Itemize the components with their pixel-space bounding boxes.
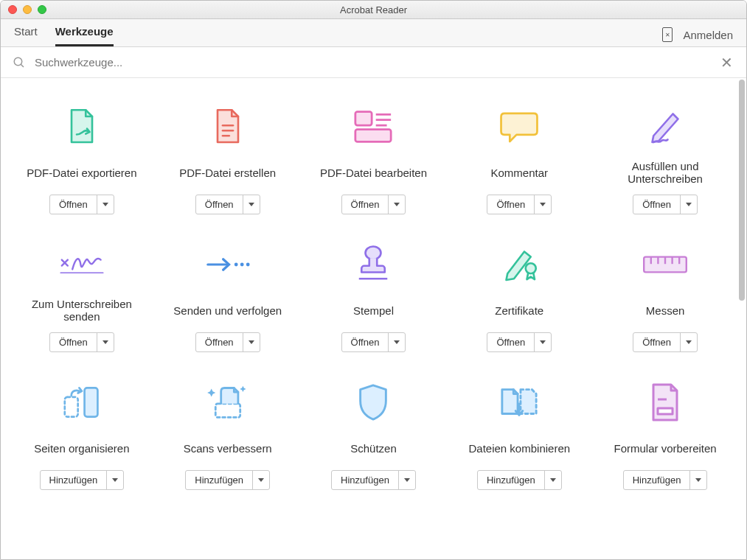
open-button[interactable]: Öffnen bbox=[342, 333, 389, 351]
action-dropdown[interactable] bbox=[97, 195, 114, 214]
action-dropdown[interactable] bbox=[243, 333, 260, 351]
action-dropdown[interactable] bbox=[535, 333, 551, 351]
tabs: Start Werkzeuge bbox=[14, 18, 114, 46]
close-window-button[interactable] bbox=[8, 5, 17, 14]
tool-measure[interactable]: Messen Öffnen bbox=[596, 244, 734, 352]
tool-prepare-form[interactable]: Formular vorbereiten Hinzufügen bbox=[596, 382, 734, 490]
open-button[interactable]: Öffnen bbox=[196, 195, 243, 214]
tool-label: PDF-Datei erstellen bbox=[179, 158, 276, 187]
svg-point-19 bbox=[526, 263, 536, 273]
form-icon bbox=[641, 382, 689, 423]
export-pdf-icon bbox=[58, 106, 106, 147]
tool-edit-pdf[interactable]: PDF-Datei bearbeiten Öffnen bbox=[305, 106, 443, 214]
action-dropdown[interactable] bbox=[535, 195, 551, 214]
tool-enhance-scans[interactable]: Scans verbessern Hinzufügen bbox=[159, 382, 297, 490]
tool-protect[interactable]: Schützen Hinzufügen bbox=[305, 382, 443, 490]
tool-combine-files[interactable]: Dateien kombinieren Hinzufügen bbox=[450, 382, 588, 490]
tool-label: Senden und verfolgen bbox=[173, 295, 282, 325]
combine-files-icon bbox=[495, 382, 543, 423]
sign-in-link[interactable]: Anmelden bbox=[683, 29, 733, 41]
action-dropdown[interactable] bbox=[97, 333, 114, 351]
tools-content: PDF-Datei exportieren Öffnen bbox=[1, 78, 746, 559]
tool-label: PDF-Datei bearbeiten bbox=[320, 158, 427, 187]
svg-point-0 bbox=[14, 57, 22, 66]
action-dropdown[interactable] bbox=[690, 471, 706, 489]
open-button[interactable]: Öffnen bbox=[50, 333, 97, 351]
action-dropdown[interactable] bbox=[681, 195, 697, 214]
send-track-icon bbox=[204, 244, 252, 285]
add-button[interactable]: Hinzufügen bbox=[332, 471, 399, 489]
fill-sign-icon bbox=[641, 106, 689, 147]
tool-action: Öffnen bbox=[633, 195, 698, 214]
tool-action: Öffnen bbox=[341, 332, 406, 352]
tool-action: Öffnen bbox=[341, 195, 406, 214]
tool-fill-sign[interactable]: Ausfüllen und Unterschreiben Öffnen bbox=[596, 106, 734, 214]
search-input[interactable] bbox=[26, 56, 719, 69]
open-button[interactable]: Öffnen bbox=[50, 195, 97, 214]
tool-comment[interactable]: Kommentar Öffnen bbox=[450, 106, 588, 214]
open-button[interactable]: Öffnen bbox=[196, 333, 243, 351]
minimize-window-button[interactable] bbox=[23, 5, 32, 14]
tool-label: Seiten organisieren bbox=[34, 433, 129, 463]
open-button[interactable]: Öffnen bbox=[487, 333, 535, 351]
tool-label: Zertifikate bbox=[495, 295, 543, 325]
tool-label: Scans verbessern bbox=[184, 433, 272, 463]
tool-label: Schützen bbox=[350, 433, 397, 463]
action-dropdown[interactable] bbox=[399, 471, 415, 489]
stamp-icon bbox=[349, 244, 397, 285]
maximize-window-button[interactable] bbox=[38, 5, 46, 14]
search-icon bbox=[13, 56, 26, 69]
add-button[interactable]: Hinzufügen bbox=[186, 471, 253, 489]
action-dropdown[interactable] bbox=[243, 195, 260, 214]
svg-rect-26 bbox=[84, 388, 97, 416]
tool-label: Kommentar bbox=[491, 158, 549, 187]
enhance-scans-icon bbox=[204, 382, 252, 423]
comment-icon bbox=[495, 106, 543, 147]
svg-point-16 bbox=[246, 263, 249, 267]
action-dropdown[interactable] bbox=[681, 333, 697, 351]
svg-line-1 bbox=[21, 64, 24, 67]
mobile-link-icon[interactable] bbox=[662, 27, 673, 42]
tool-export-pdf[interactable]: PDF-Datei exportieren Öffnen bbox=[13, 106, 151, 214]
window-controls bbox=[1, 5, 46, 14]
open-button[interactable]: Öffnen bbox=[487, 195, 535, 214]
signature-icon bbox=[58, 244, 106, 285]
certificate-icon bbox=[495, 244, 543, 285]
svg-rect-28 bbox=[215, 404, 240, 418]
tool-label: Messen bbox=[646, 295, 685, 325]
tool-action: Hinzufügen bbox=[185, 470, 270, 490]
tool-label: Formular vorbereiten bbox=[614, 433, 716, 463]
tool-action: Öffnen bbox=[487, 332, 552, 352]
tool-send-track[interactable]: Senden und verfolgen Öffnen bbox=[159, 244, 297, 352]
tool-send-for-signature[interactable]: Zum Unterschreiben senden Öffnen bbox=[13, 244, 151, 352]
open-button[interactable]: Öffnen bbox=[633, 195, 681, 214]
tool-certificates[interactable]: Zertifikate Öffnen bbox=[450, 244, 588, 352]
add-button[interactable]: Hinzufügen bbox=[624, 471, 691, 489]
edit-pdf-icon bbox=[349, 106, 397, 147]
open-button[interactable]: Öffnen bbox=[633, 333, 681, 351]
tool-organize-pages[interactable]: Seiten organisieren Hinzufügen bbox=[13, 382, 151, 490]
add-button[interactable]: Hinzufügen bbox=[41, 471, 108, 489]
tab-tools[interactable]: Werkzeuge bbox=[55, 18, 114, 46]
open-button[interactable]: Öffnen bbox=[342, 195, 389, 214]
action-dropdown[interactable] bbox=[253, 471, 269, 489]
tabbar: Start Werkzeuge Anmelden bbox=[1, 19, 746, 47]
shield-icon bbox=[349, 382, 397, 423]
add-button[interactable]: Hinzufügen bbox=[478, 471, 545, 489]
tab-start[interactable]: Start bbox=[14, 18, 38, 46]
tool-label: PDF-Datei exportieren bbox=[27, 158, 136, 187]
svg-rect-29 bbox=[658, 408, 673, 414]
tool-stamp[interactable]: Stempel Öffnen bbox=[305, 244, 443, 352]
header-right: Anmelden bbox=[662, 27, 733, 46]
tool-action: Öffnen bbox=[49, 332, 114, 352]
action-dropdown[interactable] bbox=[107, 471, 123, 489]
tool-label: Dateien kombinieren bbox=[469, 433, 571, 463]
tool-create-pdf[interactable]: PDF-Datei erstellen Öffnen bbox=[159, 106, 297, 214]
close-icon[interactable]: ✕ bbox=[719, 54, 734, 71]
tool-action: Hinzufügen bbox=[477, 470, 562, 490]
window-title: Acrobat Reader bbox=[1, 4, 746, 15]
action-dropdown[interactable] bbox=[389, 333, 405, 351]
scrollbar[interactable] bbox=[738, 78, 746, 559]
action-dropdown[interactable] bbox=[389, 195, 405, 214]
action-dropdown[interactable] bbox=[545, 471, 561, 489]
